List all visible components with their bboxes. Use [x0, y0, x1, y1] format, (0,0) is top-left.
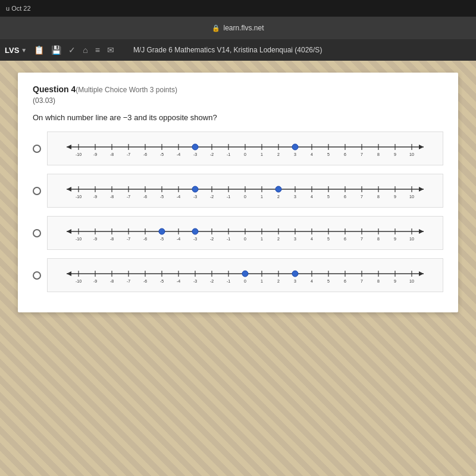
numberline-a: -10 -9 -8 -7 -6 -5 -4 -3 -2 -1 0 1 2 3 4…	[47, 131, 443, 165]
svg-text:5: 5	[327, 195, 330, 199]
svg-text:8: 8	[377, 279, 380, 283]
lvs-logo: LVS ▼	[5, 46, 27, 55]
svg-text:8: 8	[377, 152, 380, 156]
svg-text:9: 9	[394, 152, 396, 156]
svg-text:3: 3	[294, 237, 296, 241]
svg-text:1: 1	[261, 237, 263, 241]
svg-text:-6: -6	[143, 237, 147, 241]
svg-marker-49	[419, 187, 424, 192]
svg-text:-5: -5	[160, 152, 164, 156]
svg-text:7: 7	[361, 195, 363, 199]
svg-text:6: 6	[344, 279, 346, 283]
option-a-row: -10 -9 -8 -7 -6 -5 -4 -3 -2 -1 0 1 2 3 4…	[33, 131, 443, 165]
lock-icon: 🔒	[212, 24, 220, 32]
svg-text:-4: -4	[177, 279, 180, 283]
question-text: On which number line are −3 and its oppo…	[33, 113, 443, 122]
radio-b[interactable]	[33, 187, 41, 195]
svg-marker-143	[419, 271, 424, 276]
svg-text:7: 7	[361, 152, 363, 156]
lvs-toolbar: LVS ▼ 📋 💾 ✓ ⌂ ≡ ✉ M/J Grade 6 Mathematic…	[0, 39, 476, 61]
svg-point-92	[192, 186, 198, 192]
svg-text:3: 3	[294, 152, 296, 156]
home-icon[interactable]: ⌂	[83, 45, 87, 55]
browser-toolbar: 🔒 learn.flvs.net	[0, 17, 476, 39]
svg-text:8: 8	[377, 195, 380, 199]
svg-text:-9: -9	[93, 237, 97, 241]
svg-text:5: 5	[327, 237, 330, 241]
question-section: (03.03)	[33, 96, 443, 105]
svg-text:4: 4	[311, 237, 313, 241]
svg-text:1: 1	[261, 279, 263, 283]
svg-text:5: 5	[327, 152, 330, 156]
svg-point-140	[192, 228, 198, 234]
svg-text:-1: -1	[227, 195, 230, 199]
svg-text:-9: -9	[93, 279, 97, 283]
course-title: M/J Grade 6 Mathematics V14, Kristina Lo…	[133, 46, 322, 54]
svg-text:0: 0	[244, 195, 246, 199]
svg-text:10: 10	[409, 237, 414, 241]
svg-text:9: 9	[394, 279, 396, 283]
svg-point-45	[192, 144, 198, 150]
svg-text:-5: -5	[160, 237, 164, 241]
svg-marker-95	[67, 229, 71, 234]
svg-text:-10: -10	[76, 195, 82, 199]
svg-point-46	[292, 144, 298, 150]
svg-text:-1: -1	[227, 152, 230, 156]
svg-text:-9: -9	[93, 195, 97, 199]
svg-text:5: 5	[327, 279, 330, 283]
svg-text:-5: -5	[160, 195, 164, 199]
svg-text:8: 8	[377, 237, 380, 241]
svg-text:10: 10	[409, 152, 414, 156]
svg-text:-7: -7	[127, 237, 130, 241]
svg-text:6: 6	[344, 195, 346, 199]
svg-text:-2: -2	[210, 279, 214, 283]
svg-text:10: 10	[409, 279, 414, 283]
menu-icon[interactable]: ≡	[95, 45, 100, 55]
svg-text:2: 2	[277, 279, 280, 283]
svg-text:-4: -4	[177, 152, 180, 156]
svg-text:-8: -8	[110, 237, 114, 241]
status-bar: u Oct 22	[0, 0, 476, 17]
svg-point-139	[159, 228, 165, 234]
svg-text:9: 9	[394, 237, 396, 241]
svg-text:3: 3	[294, 279, 296, 283]
svg-text:-8: -8	[110, 152, 114, 156]
datetime-text: u Oct 22	[6, 5, 31, 12]
svg-text:6: 6	[344, 152, 346, 156]
svg-marker-142	[67, 271, 71, 276]
svg-text:-3: -3	[193, 237, 197, 241]
numberline-d: -10 -9 -8 -7 -6 -5 -4 -3 -2 -1 0 1 2 3 4…	[47, 258, 443, 292]
svg-text:0: 0	[244, 279, 246, 283]
svg-text:-3: -3	[193, 279, 197, 283]
svg-text:-6: -6	[143, 195, 147, 199]
svg-text:10: 10	[409, 195, 414, 199]
svg-text:7: 7	[361, 279, 363, 283]
svg-text:-3: -3	[193, 152, 197, 156]
svg-text:-1: -1	[227, 237, 230, 241]
radio-c[interactable]	[33, 229, 41, 237]
svg-text:4: 4	[311, 279, 313, 283]
svg-text:3: 3	[294, 195, 296, 199]
radio-a[interactable]	[33, 145, 41, 153]
svg-text:-1: -1	[227, 279, 230, 283]
svg-text:1: 1	[261, 195, 263, 199]
option-c-row: -10 -9 -8 -7 -6 -5 -4 -3 -2 -1 0 1 2 3 4…	[33, 216, 443, 250]
svg-text:-10: -10	[76, 279, 82, 283]
save-icon[interactable]: 💾	[51, 45, 61, 55]
svg-text:-5: -5	[160, 279, 164, 283]
mail-icon[interactable]: ✉	[107, 45, 114, 55]
svg-text:-10: -10	[76, 152, 82, 156]
svg-text:0: 0	[244, 152, 246, 156]
svg-text:-3: -3	[193, 195, 197, 199]
numberline-c: -10 -9 -8 -7 -6 -5 -4 -3 -2 -1 0 1 2 3 4…	[47, 216, 443, 250]
book-icon[interactable]: 📋	[34, 45, 44, 55]
check-icon[interactable]: ✓	[68, 45, 76, 55]
svg-text:-10: -10	[76, 237, 82, 241]
radio-d[interactable]	[33, 271, 41, 280]
svg-text:4: 4	[311, 152, 313, 156]
question-container: Question 4(Multiple Choice Worth 3 point…	[18, 73, 458, 312]
option-b-row: -10 -9 -8 -7 -6 -5 -4 -3 -2 -1 0 1 2 3 4…	[33, 174, 443, 208]
svg-text:-8: -8	[110, 195, 114, 199]
svg-text:-7: -7	[127, 195, 130, 199]
svg-text:-9: -9	[93, 152, 97, 156]
